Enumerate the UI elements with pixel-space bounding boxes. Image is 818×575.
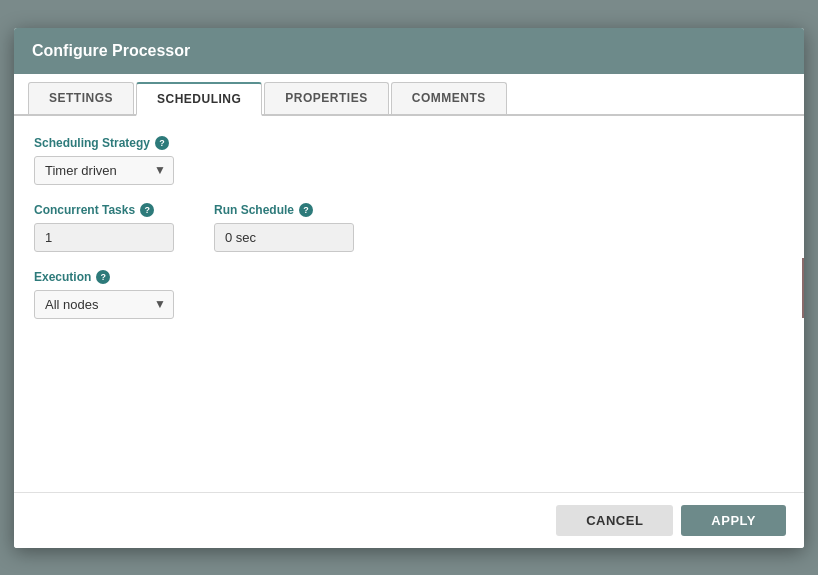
execution-wrapper: All nodes Primary node ▼ <box>34 290 174 319</box>
apply-button[interactable]: APPLY <box>681 505 786 536</box>
run-schedule-input[interactable] <box>214 223 354 252</box>
scheduling-strategy-select[interactable]: Timer driven CRON driven Event driven <box>34 156 174 185</box>
dialog-body: Scheduling Strategy ? Timer driven CRON … <box>14 116 804 492</box>
execution-select[interactable]: All nodes Primary node <box>34 290 174 319</box>
dialog-title: Configure Processor <box>32 42 190 59</box>
run-schedule-label: Run Schedule ? <box>214 203 354 217</box>
run-schedule-section: Run Schedule ? <box>214 203 354 252</box>
scheduling-strategy-wrapper: Timer driven CRON driven Event driven ▼ <box>34 156 174 185</box>
execution-section: Execution ? All nodes Primary node ▼ <box>34 270 784 319</box>
tab-settings[interactable]: SETTINGS <box>28 82 134 114</box>
execution-label: Execution ? <box>34 270 784 284</box>
concurrent-tasks-section: Concurrent Tasks ? <box>34 203 174 252</box>
scheduling-strategy-help-icon[interactable]: ? <box>155 136 169 150</box>
tab-properties[interactable]: PROPERTIES <box>264 82 388 114</box>
concurrent-run-row: Concurrent Tasks ? Run Schedule ? <box>34 203 784 270</box>
concurrent-tasks-input[interactable] <box>34 223 174 252</box>
dialog-footer: CANCEL APPLY <box>14 492 804 548</box>
dialog-header: Configure Processor <box>14 28 804 74</box>
concurrent-tasks-help-icon[interactable]: ? <box>140 203 154 217</box>
tab-bar: SETTINGS SCHEDULING PROPERTIES COMMENTS <box>14 74 804 116</box>
execution-help-icon[interactable]: ? <box>96 270 110 284</box>
cancel-button[interactable]: CANCEL <box>556 505 673 536</box>
scheduling-strategy-section: Scheduling Strategy ? Timer driven CRON … <box>34 136 784 185</box>
configure-processor-dialog: Configure Processor SETTINGS SCHEDULING … <box>14 28 804 548</box>
tab-scheduling[interactable]: SCHEDULING <box>136 82 262 116</box>
run-schedule-help-icon[interactable]: ? <box>299 203 313 217</box>
scheduling-strategy-label: Scheduling Strategy ? <box>34 136 784 150</box>
tab-comments[interactable]: COMMENTS <box>391 82 507 114</box>
side-handle <box>802 258 804 318</box>
concurrent-tasks-label: Concurrent Tasks ? <box>34 203 174 217</box>
